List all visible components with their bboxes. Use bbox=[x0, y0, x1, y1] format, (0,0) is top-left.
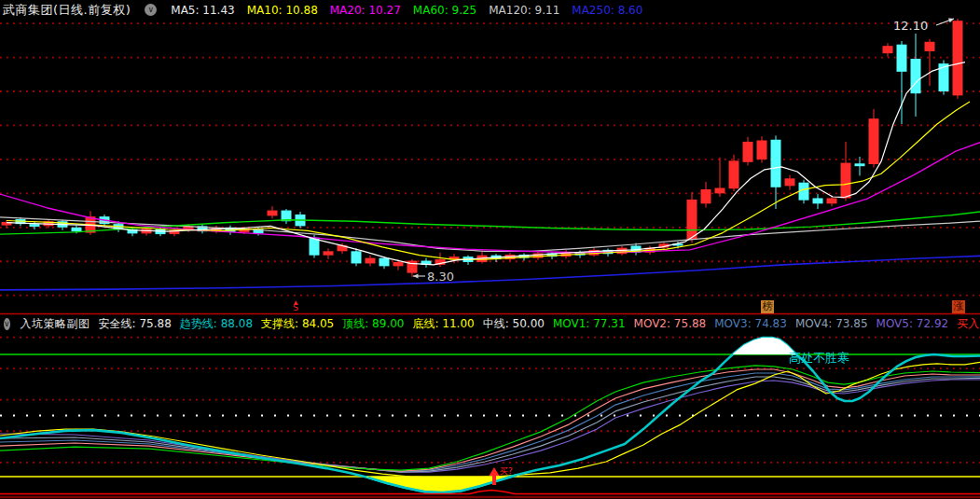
chevron-down-icon[interactable]: ∨ bbox=[4, 318, 10, 330]
ma5-indicator: MA511.43 bbox=[171, 4, 234, 17]
indicator-line-MOV3 bbox=[0, 373, 980, 471]
sub-horizontal-lines bbox=[0, 354, 980, 497]
indicator-title: 入坑策略副图 bbox=[21, 316, 90, 332]
ma60-indicator: MA609.25 bbox=[413, 4, 476, 17]
chevron-down-icon[interactable]: ∨ bbox=[145, 4, 157, 16]
mov4-value: MOV473.85 bbox=[795, 317, 868, 330]
stock-title: 武商集团(日线.前复权) bbox=[3, 2, 131, 19]
safety-line-value: 安全线75.88 bbox=[99, 316, 172, 332]
svg-text:买?: 买? bbox=[500, 466, 513, 476]
ranking-badge[interactable]: 榜 bbox=[761, 300, 774, 313]
buy-value: 买入0.00 bbox=[957, 316, 980, 332]
indicator-header-bar: ∨ 入坑策略副图 安全线75.88 趋势线88.08 支撑线84.05 顶线89… bbox=[0, 316, 980, 331]
support-line-value: 支撑线84.05 bbox=[261, 316, 334, 332]
ma-line-MA120 bbox=[0, 217, 980, 251]
top-line-value: 顶线89.00 bbox=[342, 316, 404, 332]
ma10-indicator: MA1010.88 bbox=[247, 4, 318, 17]
svg-text:8.30: 8.30 bbox=[427, 270, 454, 284]
ma20-indicator: MA2010.27 bbox=[330, 4, 401, 17]
mov2-value: MOV275.88 bbox=[634, 317, 707, 330]
ma-line-MA5 bbox=[7, 62, 965, 265]
buy-signal-line bbox=[0, 491, 980, 494]
main-grid bbox=[0, 23, 980, 296]
trend-line-value: 趋势线88.08 bbox=[180, 316, 253, 332]
ma120-indicator: MA1209.11 bbox=[489, 4, 559, 17]
mov1-value: MOV177.31 bbox=[553, 317, 626, 330]
bottom-line-value: 底线11.00 bbox=[412, 316, 474, 332]
stock-chart-canvas[interactable]: 12.108.30高处不胜寒买? bbox=[0, 0, 980, 499]
signal-marker: ▲ S bbox=[290, 298, 301, 312]
mov3-value: MOV374.83 bbox=[714, 317, 787, 330]
svg-text:12.10: 12.10 bbox=[893, 19, 928, 33]
main-chart-header-bar: 武商集团(日线.前复权) ∨ MA511.43 MA1010.88 MA2010… bbox=[0, 0, 980, 20]
mov5-value: MOV572.92 bbox=[876, 317, 949, 330]
main-candles bbox=[2, 19, 963, 277]
svg-text:高处不胜寒: 高处不胜寒 bbox=[789, 351, 849, 365]
indicator-line-MOV2 bbox=[0, 369, 980, 471]
mid-line-value: 中线50.00 bbox=[483, 316, 545, 332]
main-ma-lines bbox=[0, 62, 980, 290]
ma250-indicator: MA2508.60 bbox=[572, 4, 642, 17]
limit-up-badge[interactable]: 涨 bbox=[952, 300, 965, 313]
trading-app-window: 12.108.30高处不胜寒买? 武商集团(日线.前复权) ∨ MA511.43… bbox=[0, 0, 980, 499]
